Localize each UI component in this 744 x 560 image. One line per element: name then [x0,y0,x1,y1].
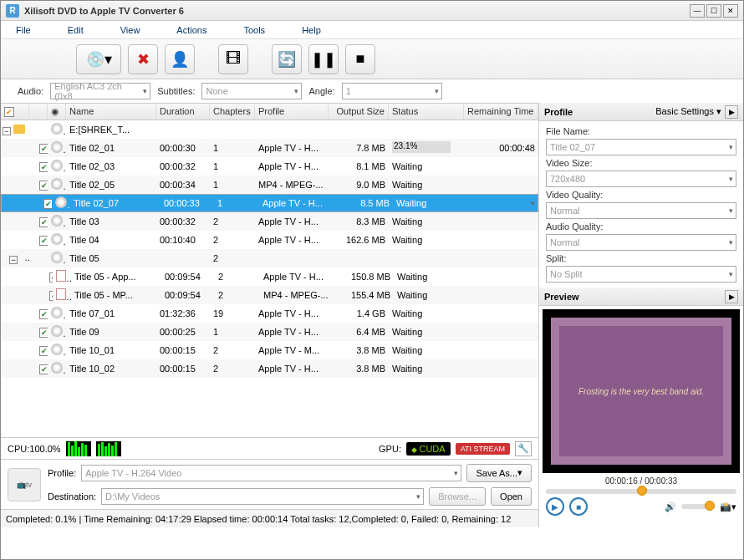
disc-icon [51,344,63,355]
filename-label: File Name: [546,126,736,136]
col-status[interactable]: Status [389,104,464,120]
row-checkbox[interactable]: ✔ [39,309,48,319]
convert-button[interactable]: 🔄 [272,44,302,74]
stop-button[interactable]: ■ [345,44,375,74]
row-checkbox[interactable]: ✔ [39,346,48,356]
preview-slider[interactable] [546,489,736,494]
save-as-button[interactable]: Save As... ▾ [466,464,532,482]
table-row[interactable]: − Title 052 [1,249,538,267]
table-row[interactable]: ✔Title 0300:00:322Apple TV - H...8.3 MBW… [1,212,538,231]
title-table: ✔ ◉ Name Duration Chapters Profile Outpu… [1,103,538,437]
filter-bar: Audio: English AC3 2ch (0x8 Subtitles: N… [1,79,743,103]
table-row[interactable]: ✔Title 07_0101:32:3619Apple TV - H...1.4… [1,304,538,323]
preview-video[interactable]: Frosting is the very best band aid. [543,309,740,473]
destination-select[interactable]: D:\My Videos [101,488,424,505]
table-row[interactable]: ✔Title 02_0700:00:331Apple TV - H...8.5 … [1,194,538,212]
open-button[interactable]: Open [491,487,532,506]
row-checkbox[interactable]: ✔ [39,364,48,374]
collapse-icon[interactable]: − [9,256,18,264]
table-row[interactable]: ✔Title 05 - MP...00:09:542MP4 - MPEG-...… [1,286,538,304]
profile-select[interactable]: Apple TV - H.264 Video [81,465,461,481]
toolbar: 💿▾ ✖ 👤 🎞 🔄 ❚❚ ■ [1,39,743,79]
add-disc-button[interactable]: 💿▾ [76,44,121,74]
volume-slider[interactable] [681,504,715,509]
videosize-label: Video Size: [546,158,736,168]
col-remaining[interactable]: Remaining Time [464,104,538,120]
videosize-select[interactable]: 720x480 [546,171,736,187]
table-row[interactable]: ✔Title 02_0100:00:301Apple TV - H...7.8 … [1,139,538,157]
maximize-button[interactable]: ☐ [706,4,721,18]
row-checkbox[interactable]: ✔ [39,144,48,154]
play-button[interactable]: ▶ [546,497,564,516]
audio-quality-select[interactable]: Normal [546,234,736,251]
close-button[interactable]: ✕ [723,4,738,18]
menu-file[interactable]: File [16,25,31,35]
window-title: Xilisoft DVD to Apple TV Converter 6 [24,6,690,16]
cell-duration: 00:00:32 [156,216,210,227]
table-row[interactable]: ✔Title 0400:10:402Apple TV - H...162.6 M… [1,231,538,249]
col-output-size[interactable]: Output Size [329,104,389,120]
table-row[interactable]: ✔Title 02_0300:00:321Apple TV - H...8.1 … [1,157,538,176]
col-chapters[interactable]: Chapters [210,104,255,120]
row-checkbox[interactable]: ✔ [39,328,48,338]
add-clip-button[interactable]: 🎞 [218,44,248,74]
cell-duration: 01:32:36 [156,308,210,318]
cell-profile: Apple TV - H... [259,198,333,208]
row-checkbox[interactable]: ✔ [39,236,48,246]
profile-label: Profile: [48,468,76,478]
disc-icon [51,141,63,153]
basic-settings-dropdown[interactable]: Basic Settings ▾ [655,106,721,117]
table-row[interactable]: ✔Title 0900:00:251Apple TV - H...6.4 MBW… [1,323,538,341]
filename-input[interactable]: Title 02_07 [546,139,736,155]
cell-status: Waiting [389,308,464,318]
menubar: File Edit View Actions Tools Help [1,21,743,39]
cell-name: Title 02_01 [66,143,156,153]
select-all-checkbox[interactable]: ✔ [4,107,14,117]
audio-select[interactable]: English AC3 2ch (0x8 [50,83,150,99]
panel-collapse-icon[interactable]: ▶ [725,105,738,119]
disc-icon [51,215,63,227]
settings-icon[interactable]: 🔧 [515,441,532,456]
table-row[interactable]: ✔Title 05 - App...00:09:542Apple TV - H.… [1,267,538,286]
statusbar: Completed: 0.1% | Time Remaining: 04:17:… [1,509,538,527]
menu-tools[interactable]: Tools [243,25,265,35]
menu-view[interactable]: View [120,25,140,35]
menu-help[interactable]: Help [302,25,321,35]
menu-actions[interactable]: Actions [176,25,206,35]
col-duration[interactable]: Duration [156,104,210,120]
cell-status: Waiting [389,327,464,337]
stop-preview-button[interactable]: ■ [569,497,588,516]
subtitles-select[interactable]: None [201,83,302,99]
row-checkbox[interactable]: ✔ [39,181,48,191]
table-row[interactable]: ✔Title 02_0500:00:341MP4 - MPEG-...9.0 M… [1,176,538,194]
minimize-button[interactable]: — [690,4,705,18]
volume-icon[interactable]: 🔊 [665,501,676,512]
row-checkbox[interactable]: ✔ [39,162,48,172]
browse-button[interactable]: Browse... [429,487,486,506]
split-select[interactable]: No Split [546,266,736,283]
col-name[interactable]: Name [66,104,156,120]
audio-quality-label: Audio Quality: [546,221,736,232]
disc-icon [51,178,63,190]
col-profile[interactable]: Profile [255,104,329,120]
cell-chapters: 2 [210,253,255,263]
table-row[interactable]: ✔Title 10_0100:00:152Apple TV - M...3.8 … [1,341,538,359]
user-button[interactable]: 👤 [165,44,195,74]
preview-collapse-icon[interactable]: ▶ [725,290,738,303]
table-row[interactable]: − E:[SHREK_T... [1,120,538,139]
cell-chapters: 1 [210,143,255,153]
row-checkbox[interactable]: ✔ [39,217,48,227]
row-checkbox[interactable]: ✔ [43,199,52,209]
cpu-graph-icon [66,441,91,456]
cell-status: Waiting [389,235,464,245]
angle-select[interactable]: 1 [342,83,442,99]
table-row[interactable]: ✔Title 10_0200:00:152Apple TV - H...3.8 … [1,359,538,378]
snapshot-icon[interactable]: 📸▾ [720,501,736,512]
video-quality-label: Video Quality: [546,190,736,200]
pause-button[interactable]: ❚❚ [308,44,339,74]
menu-edit[interactable]: Edit [68,25,84,35]
page-icon [56,288,66,300]
video-quality-select[interactable]: Normal [546,202,736,219]
delete-button[interactable]: ✖ [128,44,158,74]
collapse-icon[interactable]: − [3,127,11,135]
